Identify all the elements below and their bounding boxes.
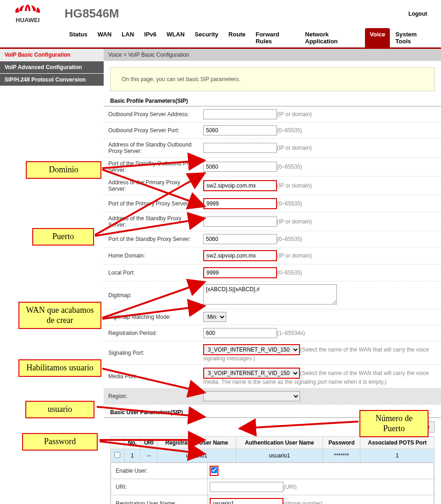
svg-line-1 <box>102 160 205 168</box>
callout-usuario: usuario <box>25 401 94 418</box>
svg-line-8 <box>97 407 205 417</box>
callout-password: Password <box>22 433 98 451</box>
callout-numero: Número de Puerto <box>359 410 429 437</box>
callout-habilitamos: Habilitamos usuario <box>18 359 101 377</box>
callout-puerto: Puerto <box>32 228 94 246</box>
callout-wan: WAN que acabamos de crear <box>18 302 101 329</box>
svg-line-3 <box>95 173 205 235</box>
svg-line-2 <box>102 170 205 206</box>
svg-line-4 <box>95 218 205 236</box>
svg-line-10 <box>100 441 205 454</box>
svg-line-7 <box>102 369 205 393</box>
svg-line-11 <box>240 422 359 428</box>
callout-dominio: Dominio <box>26 161 101 179</box>
